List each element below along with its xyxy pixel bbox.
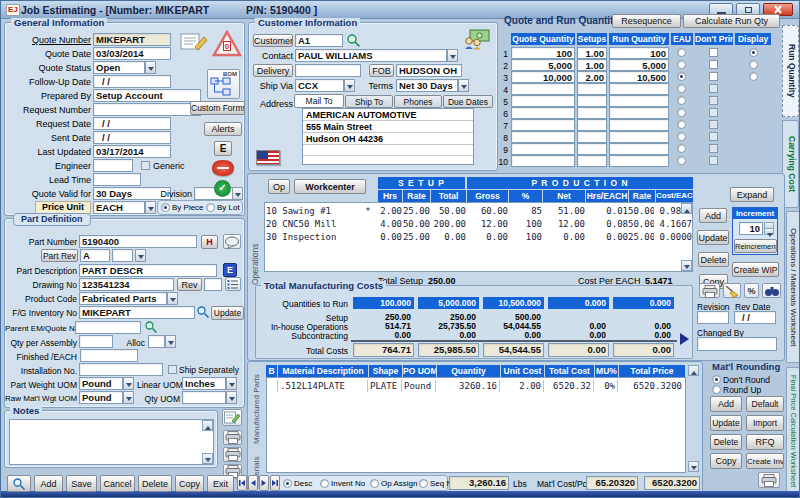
parent-em-field[interactable]: [75, 321, 141, 334]
tab-final-price-worksheet[interactable]: Final Price Calculation Worksheet: [786, 367, 800, 495]
run-quantity-cell[interactable]: [609, 155, 669, 167]
mat-update-button[interactable]: Update: [710, 415, 742, 431]
prepared-by-field[interactable]: Setup Account: [93, 89, 201, 102]
eau-radio[interactable]: [677, 72, 686, 81]
quote-quantity-cell[interactable]: [511, 119, 575, 131]
setups-cell[interactable]: 1.00: [577, 47, 607, 59]
dont-print-checkbox[interactable]: [709, 132, 718, 141]
dont-print-checkbox[interactable]: [709, 84, 718, 93]
last-updated-field[interactable]: 03/17/2014: [93, 145, 171, 158]
print-worksheet-icon[interactable]: [699, 283, 720, 298]
quote-quantity-cell[interactable]: [511, 83, 575, 95]
percent-button[interactable]: %: [744, 283, 759, 298]
mat-import-button[interactable]: Import: [746, 415, 784, 431]
dont-print-checkbox[interactable]: [709, 96, 718, 105]
op-button[interactable]: Op: [268, 179, 290, 194]
quote-quantity-cell[interactable]: [511, 155, 575, 167]
operation-row[interactable]: 10 Sawing #1 * 2.00 25.00 50.00 60.00 85…: [266, 205, 692, 218]
notes-scroll-up[interactable]: [202, 420, 213, 431]
product-code-select[interactable]: Fabricated Parts: [79, 292, 167, 305]
setups-cell[interactable]: 1.00: [577, 59, 607, 71]
display-radio[interactable]: [749, 60, 758, 69]
create-wip-button[interactable]: Create WIP: [732, 262, 779, 277]
dont-print-checkbox[interactable]: [709, 72, 718, 81]
alloc-select[interactable]: [148, 335, 165, 348]
list-icon[interactable]: [225, 277, 241, 291]
tmc-scroll-right-icon[interactable]: [680, 333, 695, 345]
qty-uom-select[interactable]: [182, 391, 226, 404]
linear-uom-select[interactable]: Inches: [182, 377, 226, 390]
eau-radio[interactable]: [677, 132, 686, 141]
part-weight-uom-select[interactable]: Pound: [79, 377, 123, 390]
eau-radio[interactable]: [677, 108, 686, 117]
alerts-button[interactable]: Alerts: [204, 122, 242, 136]
customer-contacts-icon[interactable]: [462, 29, 490, 50]
ship-via-select[interactable]: CCX: [295, 79, 344, 92]
dont-round-radio[interactable]: [712, 375, 721, 384]
clear-broom-icon[interactable]: [723, 283, 741, 298]
request-number-field[interactable]: [93, 103, 201, 116]
part-rev-field-2[interactable]: [112, 249, 133, 262]
terms-dropdown-arrow[interactable]: [458, 79, 469, 92]
fob-field[interactable]: HUDSON OH: [396, 64, 462, 77]
tab-due-dates[interactable]: Due Dates: [443, 95, 493, 108]
custom-forms-button[interactable]: Custom Forms: [190, 101, 245, 115]
e-button[interactable]: E: [214, 141, 232, 156]
notes-scroll-down[interactable]: [202, 453, 213, 464]
run-quantity-cell[interactable]: [609, 107, 669, 119]
mat-delete-button[interactable]: Delete: [710, 434, 742, 450]
price-unit-select[interactable]: EACH: [93, 201, 145, 214]
run-quantity-cell[interactable]: [609, 131, 669, 143]
customer-field[interactable]: A1: [295, 34, 343, 47]
manufactured-parts-tab[interactable]: Manufactured Parts: [250, 366, 263, 452]
tab-mail-to[interactable]: Mail To: [294, 94, 344, 108]
mat-default-button[interactable]: Default: [746, 396, 784, 412]
raw-matl-wgt-uom-select[interactable]: Pound: [79, 391, 123, 404]
increment-down[interactable]: [764, 228, 774, 235]
op-update-button[interactable]: Update: [697, 230, 729, 245]
exit-button[interactable]: Exit: [207, 475, 234, 492]
dont-print-checkbox[interactable]: [709, 48, 718, 57]
revision-field[interactable]: [697, 311, 729, 324]
last-record-icon[interactable]: [270, 475, 280, 491]
green-check-icon[interactable]: ✓: [214, 180, 231, 197]
mat-rfq-button[interactable]: RFQ: [746, 434, 784, 450]
quote-number-field[interactable]: MIKEPART: [93, 33, 171, 46]
engineer-field[interactable]: [93, 159, 133, 172]
tab-ship-to[interactable]: Ship To: [345, 95, 393, 108]
add-record-button[interactable]: Add: [34, 475, 63, 492]
fg-inventory-field[interactable]: MIKEPART: [79, 306, 195, 319]
display-radio[interactable]: [749, 72, 758, 81]
quote-quantity-cell[interactable]: 100: [511, 47, 575, 59]
eau-radio[interactable]: [677, 60, 686, 69]
part-rev-field[interactable]: A: [80, 249, 110, 262]
quote-quantity-cell[interactable]: [511, 143, 575, 155]
setups-cell[interactable]: [577, 131, 607, 143]
prev-record-icon[interactable]: [248, 475, 258, 491]
mat-create-inv-button[interactable]: Create Inv: [746, 453, 784, 469]
quote-quantity-cell[interactable]: [511, 107, 575, 119]
run-quantity-cell[interactable]: 5,000: [609, 59, 669, 71]
part-rev-dropdown-arrow[interactable]: [135, 249, 146, 262]
eau-radio[interactable]: [677, 96, 686, 105]
op-add-button[interactable]: Add: [699, 208, 727, 223]
print-icon-1[interactable]: [223, 430, 242, 445]
quote-number-label[interactable]: Quote Number: [7, 34, 91, 46]
dont-print-checkbox[interactable]: [709, 108, 718, 117]
sent-date-field[interactable]: / /: [93, 131, 171, 144]
resequence-button[interactable]: Resequence: [612, 14, 681, 28]
materials-scroll-up[interactable]: [688, 365, 699, 376]
quote-quantity-cell[interactable]: 10,000: [511, 71, 575, 83]
reincrement-button[interactable]: Reincrement: [734, 239, 777, 253]
operation-row[interactable]: 30 Inspection 0.00 25.00 0.00 0.00 100 0…: [266, 231, 692, 244]
drawing-rev-button[interactable]: Rev: [177, 278, 202, 291]
quote-status-select[interactable]: Open: [93, 61, 145, 74]
binoculars-icon[interactable]: [762, 283, 781, 298]
product-code-dropdown-arrow[interactable]: [167, 292, 178, 305]
quote-date-field[interactable]: 03/03/2014: [93, 47, 171, 60]
mat-print-icon[interactable]: [758, 472, 780, 488]
increment-field[interactable]: 10: [739, 222, 763, 235]
changed-by-field[interactable]: [697, 337, 777, 351]
notes-textarea[interactable]: [9, 419, 214, 465]
warning-triangle-icon[interactable]: 0: [212, 30, 242, 57]
